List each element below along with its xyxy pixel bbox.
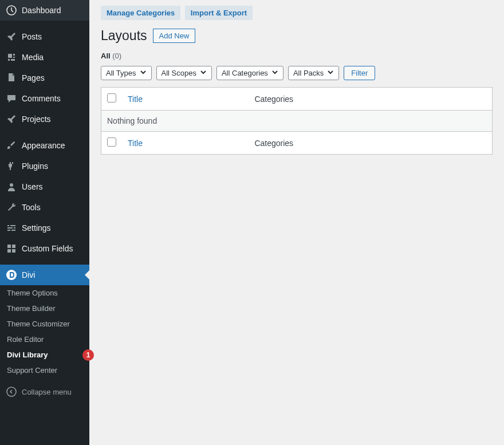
filter-scopes-select[interactable]: All Scopes <box>156 66 212 80</box>
column-title-footer[interactable]: Title <box>128 139 143 148</box>
sidebar-item-dashboard[interactable]: Dashboard <box>0 0 89 21</box>
filter-row: All Types All Scopes All Categories All … <box>101 66 493 80</box>
menu-label: Posts <box>22 32 42 41</box>
tab-import-export[interactable]: Import & Export <box>185 6 253 20</box>
submenu-support-center[interactable]: Support Center <box>0 363 89 378</box>
select-all-checkbox-footer[interactable] <box>107 137 116 147</box>
sliders-icon <box>6 222 17 234</box>
chevron-down-icon <box>140 69 147 77</box>
filter-types-select[interactable]: All Types <box>101 66 152 80</box>
menu-label: Users <box>22 182 43 191</box>
sidebar-item-media[interactable]: Media <box>0 47 89 68</box>
column-categories-footer: Categories <box>249 132 492 155</box>
svg-rect-5 <box>12 249 15 253</box>
top-tabs: Manage Categories Import & Export <box>101 6 493 20</box>
collapse-icon <box>6 386 17 397</box>
chevron-down-icon <box>271 69 278 77</box>
menu-label: Tools <box>22 203 41 212</box>
filter-categories-select[interactable]: All Categories <box>216 66 284 80</box>
admin-sidebar: Dashboard Posts Media Pages Comments Pro… <box>0 0 89 445</box>
grid-icon <box>6 243 17 254</box>
dashboard-icon <box>6 5 17 16</box>
svg-point-6 <box>6 270 17 280</box>
menu-label: Custom Fields <box>22 244 73 253</box>
svg-rect-3 <box>12 245 15 248</box>
wrench-icon <box>6 202 17 213</box>
filter-button[interactable]: Filter <box>344 66 375 80</box>
annotation-badge: 1 <box>82 349 94 361</box>
sidebar-item-projects[interactable]: Projects <box>0 109 89 129</box>
sidebar-item-pages[interactable]: Pages <box>0 68 89 88</box>
add-new-button[interactable]: Add New <box>153 29 196 43</box>
menu-label: Divi <box>22 270 35 279</box>
collapse-label: Collapse menu <box>22 388 72 396</box>
menu-label: Dashboard <box>22 6 61 15</box>
svg-point-1 <box>10 183 13 187</box>
chevron-down-icon <box>327 69 334 77</box>
submenu-role-editor[interactable]: Role Editor <box>0 332 89 347</box>
menu-label: Comments <box>22 94 61 103</box>
brush-icon <box>6 140 17 151</box>
menu-label: Settings <box>22 223 51 233</box>
sidebar-item-custom-fields[interactable]: Custom Fields <box>0 238 89 259</box>
svg-rect-2 <box>7 245 11 248</box>
column-title[interactable]: Title <box>128 94 143 104</box>
pin-icon <box>6 113 17 125</box>
menu-label: Media <box>22 53 44 62</box>
layouts-table: Title Categories Nothing found Title Cat… <box>101 87 493 155</box>
filter-all-count: (0) <box>112 52 121 60</box>
sidebar-item-divi[interactable]: Divi <box>0 265 89 285</box>
media-icon <box>6 52 17 63</box>
tab-manage-categories[interactable]: Manage Categories <box>101 6 180 20</box>
menu-label: Projects <box>22 115 51 124</box>
svg-rect-4 <box>7 249 11 253</box>
sidebar-item-plugins[interactable]: Plugins <box>0 156 89 176</box>
divi-submenu: Theme Options Theme Builder Theme Custom… <box>0 285 89 378</box>
page-title: Layouts <box>101 28 147 44</box>
submenu-theme-customizer[interactable]: Theme Customizer <box>0 316 89 332</box>
page-icon <box>6 72 17 84</box>
menu-label: Pages <box>22 73 45 82</box>
collapse-menu[interactable]: Collapse menu <box>0 381 89 402</box>
sidebar-item-users[interactable]: Users <box>0 176 89 197</box>
heading-row: Layouts Add New <box>101 28 493 44</box>
filter-all[interactable]: All <box>101 52 111 60</box>
empty-message: Nothing found <box>101 111 493 132</box>
menu-label: Appearance <box>22 141 65 150</box>
sidebar-item-comments[interactable]: Comments <box>0 88 89 109</box>
pin-icon <box>6 31 17 42</box>
svg-point-7 <box>7 387 16 396</box>
filter-packs-select[interactable]: All Packs <box>288 66 339 80</box>
comment-icon <box>6 93 17 104</box>
sidebar-item-settings[interactable]: Settings <box>0 218 89 238</box>
main-content: Manage Categories Import & Export Layout… <box>89 0 504 445</box>
submenu-theme-options[interactable]: Theme Options <box>0 285 89 301</box>
select-all-checkbox[interactable] <box>107 93 116 103</box>
empty-row: Nothing found <box>101 111 493 132</box>
submenu-divi-library[interactable]: Divi Library 1 <box>0 347 89 363</box>
plug-icon <box>6 160 17 172</box>
sidebar-item-tools[interactable]: Tools <box>0 197 89 218</box>
user-icon <box>6 181 17 192</box>
column-categories: Categories <box>249 88 492 111</box>
chevron-down-icon <box>200 69 207 77</box>
sidebar-item-appearance[interactable]: Appearance <box>0 135 89 156</box>
sidebar-item-posts[interactable]: Posts <box>0 26 89 47</box>
divi-icon <box>6 269 17 281</box>
menu-label: Plugins <box>22 162 48 171</box>
status-filter: All (0) <box>101 52 493 60</box>
submenu-theme-builder[interactable]: Theme Builder <box>0 301 89 316</box>
